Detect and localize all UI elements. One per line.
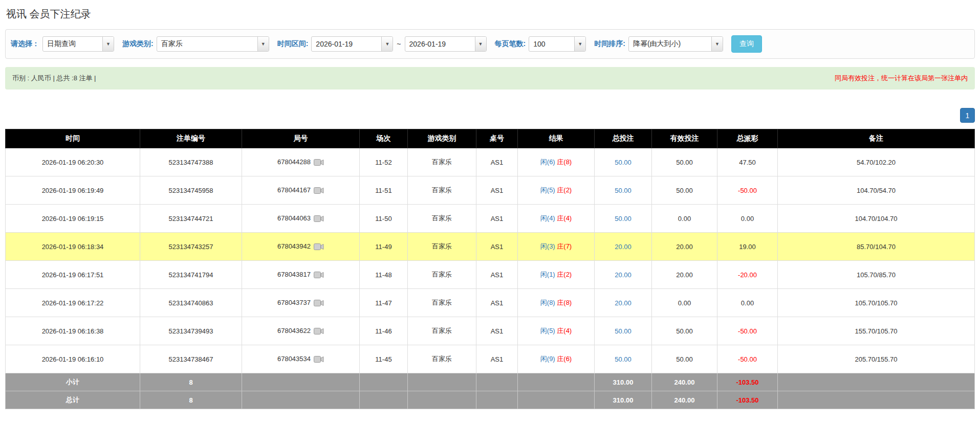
cell-table-no: AS1 xyxy=(476,289,518,317)
video-icon[interactable] xyxy=(314,243,324,251)
cell-round: 678043737 xyxy=(242,289,360,317)
total-row: 总计 8 310.00 240.00 -103.50 xyxy=(6,391,975,409)
caret-down-icon[interactable]: ▼ xyxy=(381,37,393,51)
cell-round: 678044167 xyxy=(242,176,360,205)
cell-game-type: 百家乐 xyxy=(408,345,476,373)
cell-session: 11-50 xyxy=(360,205,408,233)
page-size-label: 每页笔数: xyxy=(495,39,526,49)
video-icon[interactable] xyxy=(314,215,324,222)
cell-table-no: AS1 xyxy=(476,148,518,176)
result-banker: 庄(4) xyxy=(557,327,572,334)
video-icon[interactable] xyxy=(314,327,324,335)
video-icon[interactable] xyxy=(314,159,324,166)
col-payout: 总派彩 xyxy=(717,129,778,148)
subtotal-valid-bet: 240.00 xyxy=(652,373,717,391)
video-icon[interactable] xyxy=(314,187,324,194)
cell-total-bet: 50.00 xyxy=(595,345,652,373)
date-from-value: 2026-01-19 xyxy=(312,37,381,51)
result-banker: 庄(2) xyxy=(557,271,572,278)
total-bet-link[interactable]: 50.00 xyxy=(615,327,631,335)
search-button[interactable]: 查询 xyxy=(731,35,762,53)
round-number: 678043737 xyxy=(277,299,311,306)
result-banker: 庄(8) xyxy=(557,158,572,166)
cell-session: 11-47 xyxy=(360,289,408,317)
summary-notice: 同局有效投注，统一计算在该局第一张注单内 xyxy=(835,74,968,83)
filter-group-page-size: 每页笔数: 100 ▼ xyxy=(495,36,586,52)
subtotal-payout: -103.50 xyxy=(717,373,778,391)
table-row: 2026-01-19 06:19:15523134744721678044063… xyxy=(6,205,975,233)
round-number: 678043817 xyxy=(277,271,311,278)
total-bet-link[interactable]: 50.00 xyxy=(615,187,631,194)
cell-payout: -50.00 xyxy=(717,176,778,205)
empty-cell xyxy=(778,373,975,391)
table-row: 2026-01-19 06:16:10523134738467678043534… xyxy=(6,345,975,373)
game-type-select[interactable]: 百家乐 ▼ xyxy=(157,36,269,52)
date-to-select[interactable]: 2026-01-19 ▼ xyxy=(405,36,487,52)
cell-valid-bet: 50.00 xyxy=(652,345,717,373)
col-bet-id: 注单编号 xyxy=(140,129,242,148)
result-banker: 庄(4) xyxy=(557,214,572,222)
caret-down-icon[interactable]: ▼ xyxy=(475,37,486,51)
filter-group-game-type: 游戏类别: 百家乐 ▼ xyxy=(122,36,269,52)
cell-table-no: AS1 xyxy=(476,176,518,205)
round-number: 678043942 xyxy=(277,242,311,250)
date-range-label: 时间区间: xyxy=(277,39,309,49)
pagination-top: 1 xyxy=(5,108,975,123)
caret-down-icon[interactable]: ▼ xyxy=(257,37,269,51)
round-number: 678043622 xyxy=(277,327,311,334)
result-player: 闲(3) xyxy=(540,242,555,250)
video-icon[interactable] xyxy=(314,299,324,307)
sort-select[interactable]: 降幂(由大到小) ▼ xyxy=(628,36,723,52)
cell-payout: 19.00 xyxy=(717,233,778,261)
cell-payout: -50.00 xyxy=(717,317,778,345)
total-bet-link[interactable]: 50.00 xyxy=(615,355,631,363)
col-total-bet: 总投注 xyxy=(595,129,652,148)
col-time: 时间 xyxy=(6,129,140,148)
cell-time: 2026-01-19 06:18:34 xyxy=(6,233,140,261)
page-button-1[interactable]: 1 xyxy=(960,108,975,123)
sort-value: 降幂(由大到小) xyxy=(629,37,711,51)
cell-payout: 0.00 xyxy=(717,289,778,317)
table-row: 2026-01-19 06:17:51523134741794678043817… xyxy=(6,261,975,289)
cell-total-bet: 20.00 xyxy=(595,233,652,261)
cell-game-type: 百家乐 xyxy=(408,261,476,289)
caret-down-icon[interactable]: ▼ xyxy=(711,37,723,51)
video-icon[interactable] xyxy=(314,355,324,363)
total-bet-link[interactable]: 20.00 xyxy=(615,271,631,279)
col-result: 结果 xyxy=(518,129,595,148)
cell-bet-id: 523134745958 xyxy=(140,176,242,205)
caret-down-icon[interactable]: ▼ xyxy=(574,37,585,51)
result-player: 闲(8) xyxy=(540,299,555,306)
date-to-value: 2026-01-19 xyxy=(405,37,475,51)
video-icon[interactable] xyxy=(314,271,324,279)
cell-game-type: 百家乐 xyxy=(408,176,476,205)
subtotal-row: 小计 8 310.00 240.00 -103.50 xyxy=(6,373,975,391)
cell-payout: 0.00 xyxy=(717,205,778,233)
page-size-select[interactable]: 100 ▼ xyxy=(529,36,586,52)
total-bet-link[interactable]: 20.00 xyxy=(615,299,631,307)
query-type-label: 请选择： xyxy=(11,39,39,49)
caret-down-icon[interactable]: ▼ xyxy=(102,37,114,51)
round-number: 678044288 xyxy=(277,158,311,166)
payout-value: -50.00 xyxy=(738,327,757,335)
empty-cell xyxy=(778,391,975,409)
cell-remark: 104.70/54.70 xyxy=(778,176,975,205)
cell-bet-id: 523134744721 xyxy=(140,205,242,233)
total-bet-link[interactable]: 20.00 xyxy=(615,243,631,251)
col-game-type: 游戏类别 xyxy=(408,129,476,148)
date-from-select[interactable]: 2026-01-19 ▼ xyxy=(311,36,393,52)
cell-payout: 47.50 xyxy=(717,148,778,176)
cell-table-no: AS1 xyxy=(476,345,518,373)
cell-bet-id: 523134740863 xyxy=(140,289,242,317)
cell-session: 11-45 xyxy=(360,345,408,373)
cell-time: 2026-01-19 06:20:30 xyxy=(6,148,140,176)
cell-result: 闲(6) 庄(8) xyxy=(518,148,595,176)
cell-valid-bet: 0.00 xyxy=(652,289,717,317)
query-type-select[interactable]: 日期查询 ▼ xyxy=(42,36,114,52)
result-player: 闲(4) xyxy=(540,214,555,222)
bet-records-table: 时间 注单编号 局号 场次 游戏类别 桌号 结果 总投注 有效投注 总派彩 备注… xyxy=(5,129,975,409)
total-bet-link[interactable]: 50.00 xyxy=(615,159,631,166)
total-bet-link[interactable]: 50.00 xyxy=(615,215,631,222)
cell-remark: 105.70/85.70 xyxy=(778,261,975,289)
total-payout: -103.50 xyxy=(717,391,778,409)
